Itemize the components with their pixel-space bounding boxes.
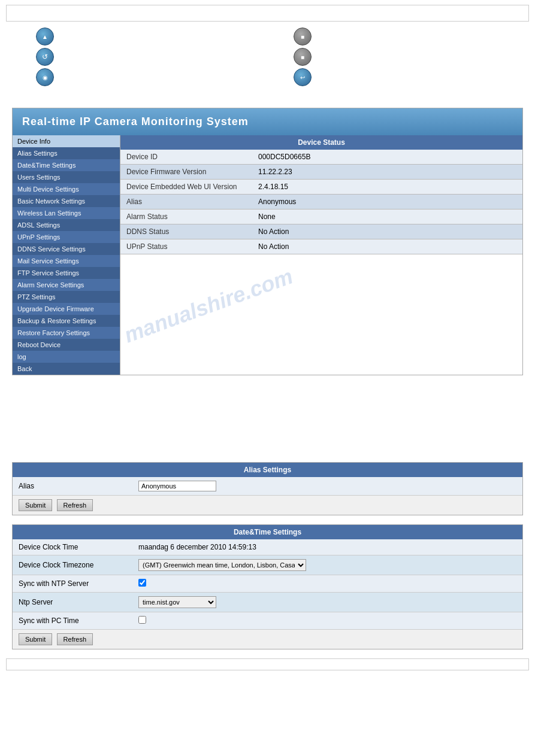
table-row: Sync with NTP Server — [13, 575, 522, 593]
stop-icon — [301, 32, 304, 41]
top-navigation-bar — [6, 5, 529, 22]
sidebar-item-log[interactable]: log — [13, 351, 120, 363]
sidebar-item-alarm-service-settings[interactable]: Alarm Service Settings — [13, 279, 120, 291]
sidebar-item-restore-factory-settings[interactable]: Restore Factory Settings — [13, 327, 120, 339]
sidebar-item-alias-settings[interactable]: Alias Settings — [13, 147, 120, 159]
table-row: Device Clock Timezone (GMT) Greenwich me… — [13, 555, 522, 575]
alias-settings-header: Alias Settings — [13, 463, 522, 477]
system-body: Device Info Alias Settings Date&Time Set… — [13, 135, 522, 375]
sidebar-item-users-settings[interactable]: Users Settings — [13, 171, 120, 183]
sync-ntp-label: Sync with NTP Server — [13, 575, 132, 593]
alarm-status-label: Alarm Status — [120, 210, 252, 224]
upnp-status-value: No Action — [252, 239, 522, 254]
ntp-server-label: Ntp Server — [13, 593, 132, 612]
table-row: Device ID 000DC5D0665B — [120, 150, 522, 165]
table-row: Alias Anonymous — [120, 195, 522, 210]
refresh-button[interactable] — [36, 48, 54, 66]
sidebar-item-multi-device-settings[interactable]: Multi Device Settings — [13, 183, 120, 195]
device-clock-timezone-label: Device Clock Timezone — [13, 555, 132, 575]
system-panel-title: Real-time IP Camera Monitoring System — [13, 108, 522, 135]
sidebar: Device Info Alias Settings Date&Time Set… — [13, 135, 120, 375]
alias-settings-table: Alias — [13, 477, 522, 496]
up-button[interactable] — [36, 28, 54, 45]
sidebar-item-ddns-service-settings[interactable]: DDNS Service Settings — [13, 243, 120, 255]
firmware-version-value: 11.22.2.23 — [252, 165, 522, 180]
sidebar-item-wireless-lan-settings[interactable]: Wireless Lan Settings — [13, 207, 120, 219]
sidebar-item-backup-restore-settings[interactable]: Backup & Restore Settings — [13, 315, 120, 327]
back-button[interactable] — [294, 68, 312, 86]
status-table: Device ID 000DC5D0665B Device Firmware V… — [120, 150, 522, 254]
square-icon — [301, 53, 304, 61]
table-row: Device Clock Time maandag 6 december 201… — [13, 539, 522, 555]
firmware-version-label: Device Firmware Version — [120, 165, 252, 180]
table-row: Alarm Status None — [120, 210, 522, 224]
device-status-panel: Device Status Device ID 000DC5D0665B Dev… — [120, 135, 522, 375]
device-clock-timezone-cell: (GMT) Greenwich mean time, London, Lisbo… — [132, 555, 522, 575]
sidebar-item-reboot-device[interactable]: Reboot Device — [13, 339, 120, 351]
device-clock-time-label: Device Clock Time — [13, 539, 132, 555]
sync-pc-time-checkbox[interactable] — [138, 616, 146, 624]
stop-button[interactable] — [294, 28, 312, 45]
datetime-settings-table: Device Clock Time maandag 6 december 201… — [13, 539, 522, 630]
web-ui-version-label: Device Embedded Web UI Version — [120, 180, 252, 195]
table-row: DDNS Status No Action — [120, 224, 522, 239]
table-row: Ntp Server time.nist.gov — [13, 593, 522, 612]
table-row: UPnP Status No Action — [120, 239, 522, 254]
alias-field-label: Alias — [13, 477, 132, 496]
sync-ntp-checkbox[interactable] — [138, 579, 146, 587]
table-row: Alias — [13, 477, 522, 496]
sidebar-item-upgrade-device-firmware[interactable]: Upgrade Device Firmware — [13, 303, 120, 315]
ddns-status-label: DDNS Status — [120, 224, 252, 239]
sync-pc-time-cell — [132, 612, 522, 630]
table-row: Device Firmware Version 11.22.2.23 — [120, 165, 522, 180]
sync-pc-time-label: Sync with PC Time — [13, 612, 132, 630]
sidebar-item-back[interactable]: Back — [13, 363, 120, 375]
bottom-navigation-bar — [6, 658, 529, 670]
alias-submit-button[interactable]: Submit — [19, 499, 52, 511]
device-id-value: 000DC5D0665B — [252, 150, 522, 165]
left-controls — [36, 28, 54, 89]
upnp-status-label: UPnP Status — [120, 239, 252, 254]
record-icon — [43, 73, 48, 81]
system-panel: Real-time IP Camera Monitoring System De… — [12, 108, 523, 375]
refresh-icon — [42, 53, 48, 61]
web-ui-version-value: 2.4.18.15 — [252, 180, 522, 195]
sidebar-item-adsl-settings[interactable]: ADSL Settings — [13, 219, 120, 231]
timezone-select[interactable]: (GMT) Greenwich mean time, London, Lisbo… — [138, 559, 306, 571]
alias-label: Alias — [120, 195, 252, 210]
sync-ntp-cell — [132, 575, 522, 593]
alias-button-row: Submit Refresh — [13, 496, 522, 515]
datetime-refresh-button[interactable]: Refresh — [57, 633, 93, 645]
datetime-submit-button[interactable]: Submit — [19, 633, 52, 645]
sidebar-item-ftp-service-settings[interactable]: FTP Service Settings — [13, 267, 120, 279]
device-status-header: Device Status — [120, 135, 522, 150]
ntp-server-cell: time.nist.gov — [132, 593, 522, 612]
ddns-status-value: No Action — [252, 224, 522, 239]
up-icon — [42, 32, 48, 41]
alias-input[interactable] — [138, 481, 216, 491]
sidebar-item-basic-network-settings[interactable]: Basic Network Settings — [13, 195, 120, 207]
sidebar-item-ptz-settings[interactable]: PTZ Settings — [13, 291, 120, 303]
alarm-status-value: None — [252, 210, 522, 224]
table-row: Sync with PC Time — [13, 612, 522, 630]
sidebar-item-upnp-settings[interactable]: UPnP Settings — [13, 231, 120, 243]
datetime-settings-section: Date&Time Settings Device Clock Time maa… — [12, 524, 523, 649]
sidebar-item-datetime-settings[interactable]: Date&Time Settings — [13, 159, 120, 171]
back-icon — [300, 73, 305, 81]
alias-settings-section: Alias Settings Alias Submit Refresh — [12, 462, 523, 515]
ntp-server-select[interactable]: time.nist.gov — [138, 596, 216, 608]
table-row: Device Embedded Web UI Version 2.4.18.15 — [120, 180, 522, 195]
datetime-settings-header: Date&Time Settings — [13, 525, 522, 539]
alias-refresh-button[interactable]: Refresh — [57, 499, 93, 511]
device-clock-time-value: maandag 6 december 2010 14:59:13 — [132, 539, 522, 555]
system-panel-container: Real-time IP Camera Monitoring System De… — [0, 102, 535, 393]
record-button[interactable] — [36, 68, 54, 86]
sidebar-item-device-info[interactable]: Device Info — [13, 135, 120, 147]
datetime-button-row: Submit Refresh — [13, 630, 522, 649]
sidebar-item-mail-service-settings[interactable]: Mail Service Settings — [13, 255, 120, 267]
square-button[interactable] — [294, 48, 312, 66]
alias-value: Anonymous — [252, 195, 522, 210]
right-controls — [294, 28, 312, 89]
device-id-label: Device ID — [120, 150, 252, 165]
alias-field-cell — [132, 477, 522, 496]
